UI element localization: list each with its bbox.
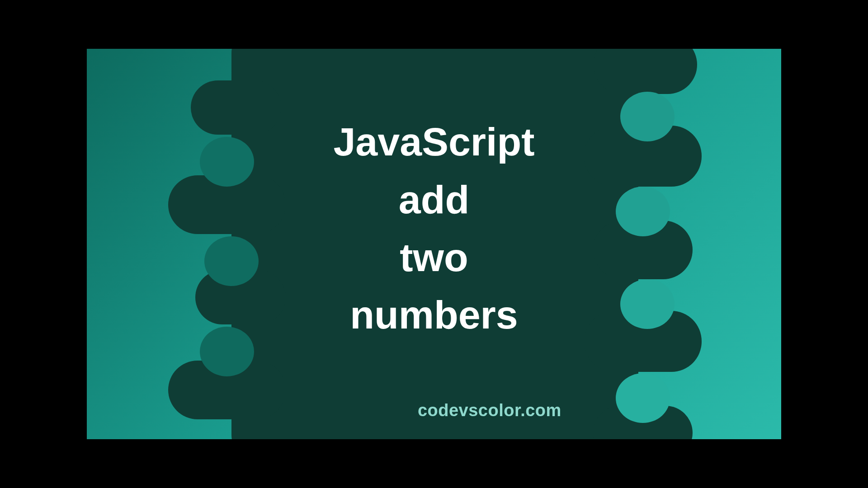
blob-bump (191, 80, 281, 135)
blob-cut (620, 279, 675, 329)
blob-cut (200, 327, 254, 376)
blob-cut (616, 187, 670, 236)
site-credit: codevscolor.com (418, 401, 561, 420)
blob-cut (204, 236, 259, 286)
blob-cut (616, 373, 670, 423)
blob-cut (200, 137, 254, 187)
blob-bump (593, 49, 697, 94)
blob-cut (620, 92, 675, 141)
banner-title: JavaScript add two numbers (333, 113, 534, 343)
banner-canvas: JavaScript add two numbers codevscolor.c… (87, 49, 781, 439)
